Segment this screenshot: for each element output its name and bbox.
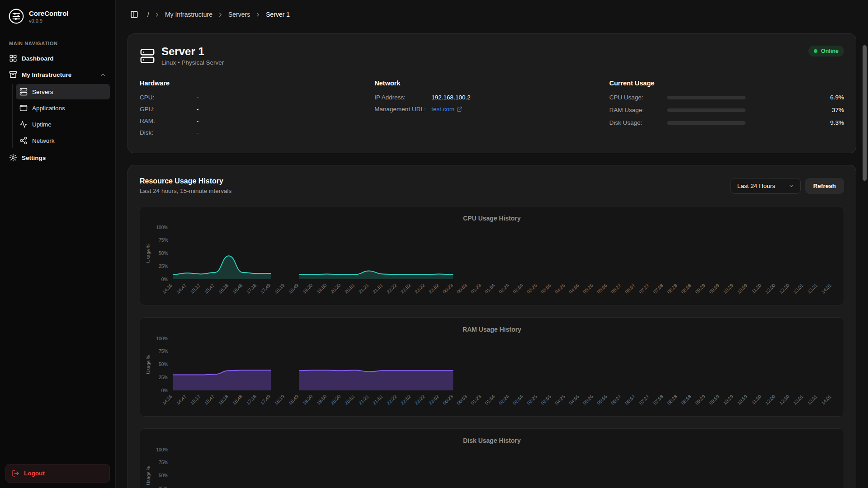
svg-text:18:19: 18:19	[274, 394, 286, 406]
svg-text:15:17: 15:17	[189, 394, 201, 406]
svg-text:03:25: 03:25	[526, 394, 538, 406]
svg-text:07:58: 07:58	[652, 394, 664, 406]
page-title: Server 1	[161, 46, 224, 57]
management-url-link[interactable]: test.com	[431, 106, 462, 113]
svg-text:01:54: 01:54	[484, 282, 496, 295]
svg-text:09:29: 09:29	[694, 282, 706, 295]
svg-text:23:52: 23:52	[428, 394, 440, 406]
breadcrumb-current: Server 1	[266, 11, 290, 18]
svg-text:10:59: 10:59	[736, 394, 748, 406]
sidebar-item-applications[interactable]: Applications	[16, 100, 110, 116]
svg-text:Usage %: Usage %	[146, 244, 151, 263]
svg-text:03:25: 03:25	[526, 282, 538, 295]
svg-text:04:25: 04:25	[554, 394, 566, 406]
scrollbar[interactable]	[863, 45, 867, 181]
svg-text:25%: 25%	[159, 486, 168, 488]
ram-usage-value: 37%	[832, 107, 844, 113]
current-usage-section: Current Usage CPU Usage: 6.9% RAM Usage:…	[609, 80, 844, 141]
ram-usage-row: RAM Usage: 37%	[609, 107, 844, 113]
svg-text:17:49: 17:49	[259, 394, 271, 406]
breadcrumb-infrastructure[interactable]: My Infrastructure	[165, 11, 212, 18]
svg-text:03:55: 03:55	[540, 282, 552, 295]
time-range-select[interactable]: Last 24 Hours	[731, 178, 801, 194]
svg-text:18:49: 18:49	[288, 282, 300, 295]
svg-text:17:49: 17:49	[259, 282, 271, 295]
svg-text:04:25: 04:25	[554, 282, 566, 295]
svg-text:05:56: 05:56	[596, 282, 608, 295]
svg-text:23:22: 23:22	[414, 394, 426, 406]
disk-usage-chart[interactable]: 0%25%50%75%100%Usage %14:1614:4715:1715:…	[144, 447, 840, 488]
svg-text:00:53: 00:53	[456, 282, 468, 295]
panel-left-icon	[130, 10, 138, 19]
svg-text:12:00: 12:00	[764, 282, 776, 295]
svg-text:03:55: 03:55	[540, 394, 552, 406]
svg-text:12:30: 12:30	[778, 282, 790, 295]
svg-text:16:18: 16:18	[217, 394, 229, 406]
svg-text:21:21: 21:21	[358, 394, 370, 406]
sidebar-item-settings[interactable]: Settings	[5, 150, 110, 165]
svg-text:14:01: 14:01	[820, 282, 832, 295]
svg-text:75%: 75%	[159, 460, 168, 465]
sidebar-item-network[interactable]: Network	[16, 133, 110, 148]
svg-text:00:23: 00:23	[442, 394, 454, 406]
sidebar: CoreControl v0.0.9 MAIN NAVIGATION Dashb…	[0, 0, 116, 488]
svg-text:15:47: 15:47	[203, 282, 215, 295]
disk-usage-row: Disk Usage: 9.3%	[609, 119, 844, 126]
svg-text:06:57: 06:57	[624, 394, 636, 406]
cpu-usage-chart[interactable]: 0%25%50%75%100%Usage %14:1614:4715:1715:…	[144, 225, 840, 301]
svg-text:75%: 75%	[159, 349, 168, 354]
status-badge: Online	[808, 46, 844, 56]
chart-title: Disk Usage History	[144, 437, 840, 444]
section-title: Current Usage	[609, 80, 844, 87]
cpu-usage-row: CPU Usage: 6.9%	[609, 94, 844, 101]
svg-text:17:18: 17:18	[245, 282, 257, 295]
hardware-row: RAM:-	[140, 117, 374, 124]
time-range-value: Last 24 Hours	[737, 183, 775, 189]
breadcrumb-home[interactable]: /	[147, 11, 149, 18]
svg-text:20:51: 20:51	[344, 394, 356, 406]
server-card: Server 1 Linux • Physical Server Online …	[127, 33, 856, 153]
sidebar-item-servers[interactable]: Servers	[16, 84, 110, 99]
sidebar-item-dashboard[interactable]: Dashboard	[5, 51, 110, 66]
svg-text:01:23: 01:23	[470, 282, 482, 295]
svg-text:22:22: 22:22	[386, 282, 398, 295]
sidebar-item-infrastructure[interactable]: My Infrastructure	[5, 67, 110, 82]
sidebar-toggle-button[interactable]	[127, 8, 141, 21]
svg-text:01:23: 01:23	[470, 394, 482, 406]
svg-text:05:56: 05:56	[596, 394, 608, 406]
infrastructure-icon	[9, 70, 17, 79]
svg-text:21:51: 21:51	[372, 394, 384, 406]
svg-text:22:52: 22:52	[400, 282, 412, 295]
sidebar-item-label: Settings	[22, 155, 46, 161]
svg-text:19:50: 19:50	[316, 394, 328, 406]
svg-text:22:52: 22:52	[400, 394, 412, 406]
app-name: CoreControl	[29, 9, 69, 17]
svg-text:10:59: 10:59	[736, 282, 748, 295]
svg-text:02:54: 02:54	[512, 394, 524, 406]
sidebar-item-uptime[interactable]: Uptime	[16, 117, 110, 132]
svg-text:04:56: 04:56	[568, 394, 580, 406]
breadcrumb-servers[interactable]: Servers	[228, 11, 250, 18]
chevron-right-icon	[255, 11, 261, 18]
svg-text:10:29: 10:29	[722, 394, 734, 406]
svg-text:18:19: 18:19	[274, 282, 286, 295]
svg-text:11:30: 11:30	[750, 394, 763, 406]
external-link-icon	[457, 106, 462, 112]
svg-text:25%: 25%	[159, 263, 168, 269]
logout-button[interactable]: Logout	[5, 464, 110, 483]
logout-label: Logout	[24, 470, 45, 477]
refresh-button[interactable]: Refresh	[805, 178, 844, 194]
online-dot-icon	[814, 49, 817, 53]
hardware-section: Hardware CPU:- GPU:- RAM:- Disk:-	[140, 80, 374, 141]
svg-text:17:18: 17:18	[245, 394, 257, 406]
svg-text:13:31: 13:31	[806, 282, 818, 295]
svg-text:14:47: 14:47	[175, 282, 187, 295]
hardware-row: CPU:-	[140, 94, 374, 101]
app-logo-icon	[8, 8, 24, 24]
svg-text:13:31: 13:31	[806, 394, 818, 406]
svg-text:12:00: 12:00	[764, 394, 776, 406]
ip-address-value: 192.168.100.2	[431, 94, 470, 101]
ram-usage-chart[interactable]: 0%25%50%75%100%Usage %14:1614:4715:1715:…	[144, 336, 840, 413]
svg-text:02:54: 02:54	[512, 282, 524, 295]
svg-text:50%: 50%	[159, 473, 168, 478]
